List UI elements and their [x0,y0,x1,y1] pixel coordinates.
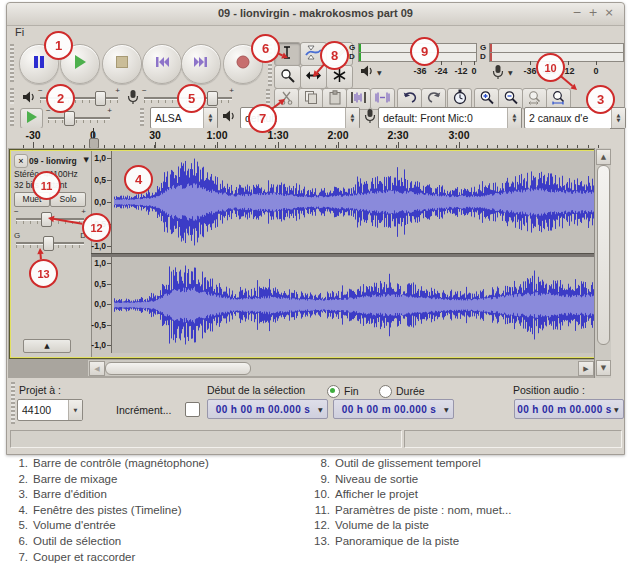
annotation-marker-4: 4 [124,165,153,194]
speaker-icon[interactable] [360,64,375,82]
spinner-icon[interactable]: ▲▼ [507,108,521,128]
playback-speed-slider-max-label: + [107,107,112,115]
waveform-right-channel[interactable] [111,257,609,353]
playback-speed-slider-thumb[interactable] [64,111,75,126]
track-gain-slider[interactable]: −+ [14,208,86,230]
speaker-icon [22,90,37,108]
track-name[interactable]: 09 - lionvirg [29,156,77,166]
selection-tool-icon [280,45,295,64]
zoom-tool-button[interactable] [274,65,301,89]
horizontal-scrollbar[interactable]: ◀ ▶ [88,360,594,376]
toolbar-grip[interactable] [10,88,14,104]
gain-thumb[interactable] [41,212,52,227]
annotation-marker-6: 6 [251,34,280,63]
stop-icon [114,54,130,74]
pause-icon [31,54,47,74]
skip-start-button[interactable] [142,44,182,84]
selection-start-field[interactable]: 00 h 00 m 00.000 s▼ [207,399,328,419]
play-at-speed-button[interactable] [20,108,43,129]
toolbar-grip[interactable] [10,44,14,82]
input-volume-slider-min-label: − [142,87,147,95]
ruler-tick-label: 2:30 [387,129,408,141]
ruler-tick-label: 30 [149,129,161,141]
toolbar-grip[interactable] [140,108,144,126]
field-arrow-icon[interactable]: ▼ [444,406,453,413]
skip-end-icon [193,54,209,74]
output-meter-label-left: G [349,44,355,52]
end-radio[interactable] [327,385,340,398]
horizontal-scroll-thumb[interactable] [105,362,251,375]
snap-to-label: Incrément... [116,404,171,416]
track-area: × 09 - lionvirg ▼ Stéréo, 44100Hz 32 bit… [8,148,610,378]
playback-speed-slider-track [48,117,110,119]
silence-icon [374,90,391,109]
meter-tick [530,61,531,65]
spinner-icon[interactable]: ▲▼ [345,108,359,128]
audio-position-field[interactable]: 00 h 00 m 00.000 s▼ [514,399,624,419]
meter-dropdown-icon[interactable]: ▼ [508,69,513,76]
selection-toolbar: Projet à : 44100 ▼ Incrément... Début de… [6,378,625,429]
record-icon [235,54,251,74]
paste-icon [327,90,343,109]
ruler-value: 0,5 [94,279,106,289]
pan-thumb[interactable] [43,236,54,251]
track-pan-slider[interactable]: GD [14,232,86,254]
zoom-out-icon [503,90,519,109]
duration-radio[interactable] [379,385,392,398]
toolbar-grip[interactable] [10,108,14,126]
ruler-value: -1,0 [91,340,106,350]
track-collapse-button[interactable]: ▲ [23,339,71,353]
output-meter-scale-value: -24 [434,66,447,76]
annotation-marker-9: 9 [410,37,439,66]
ruler-value: 1,0 [94,153,106,163]
microphone-icon[interactable] [491,64,505,84]
ruler-value: 1,0 [94,258,106,268]
annotation-marker-12: 12 [82,213,111,242]
scroll-right-icon[interactable]: ▶ [578,361,594,376]
track-close-button[interactable]: × [14,154,28,168]
toolbar-grip[interactable] [11,382,15,424]
snap-to-checkbox[interactable] [185,402,200,417]
output-volume-slider-thumb[interactable] [95,91,106,106]
combo-arrow-icon[interactable]: ▼ [68,400,82,420]
input-volume-slider-thumb[interactable] [207,91,218,106]
ruler-tick-label: 3:00 [448,129,469,141]
spinner-icon[interactable]: ▲▼ [203,108,217,128]
annotation-marker-5: 5 [177,84,206,113]
meter-dropdown-icon[interactable]: ▼ [377,69,382,76]
project-rate-combo[interactable]: 44100 ▼ [17,399,83,421]
scroll-down-icon[interactable]: ▼ [596,360,611,376]
stop-button[interactable] [102,44,142,84]
ruler-tick-label: 1:30 [267,129,288,141]
vertical-scroll-thumb[interactable] [597,165,610,345]
spinner-icon[interactable]: ▲▼ [611,108,625,128]
waveform-left-channel[interactable] [111,151,609,253]
fit-project-icon [551,90,567,109]
timeshift-tool-button[interactable] [300,65,327,89]
ruler-value: 0,0 [94,299,106,309]
scroll-up-icon[interactable]: ▲ [596,149,611,165]
selection-end-field[interactable]: 00 h 00 m 00.000 s▼ [333,399,454,419]
ruler-tick-label: 1:00 [206,129,227,141]
input-device-combo[interactable]: default: Front Mic:0▲▼ [378,107,522,129]
output-volume-slider-max-label: + [115,87,120,95]
annotation-marker-8: 8 [320,41,349,70]
field-arrow-icon[interactable]: ▼ [614,406,623,413]
stopwatch-icon [452,89,468,109]
output-meter-scale-value: -36 [413,66,426,76]
status-panel-right [404,430,622,448]
track-menu-arrow-icon[interactable]: ▼ [84,156,89,164]
timeline-ruler[interactable]: -300301:001:302:002:303:00 [8,128,610,149]
annotation-marker-1: 1 [44,31,73,60]
multi-tool-icon [332,68,347,87]
annotation-marker-11: 11 [32,171,61,200]
skip-end-button[interactable] [181,44,221,84]
pan-min-label: G [14,232,20,240]
skip-start-icon [154,54,170,74]
input-channels-combo[interactable]: 2 canaux d'e▲▼ [524,107,626,129]
vertical-scrollbar[interactable]: ▲ ▼ [594,148,611,378]
field-arrow-icon[interactable]: ▼ [318,406,327,413]
cut-icon [279,90,295,109]
scroll-left-icon[interactable]: ◀ [89,361,105,376]
undo-icon [402,90,418,109]
